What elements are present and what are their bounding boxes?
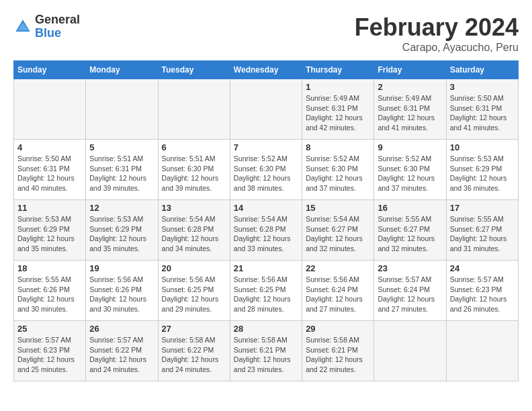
day-number: 23 bbox=[378, 263, 442, 273]
day-info: Sunrise: 5:56 AM Sunset: 6:24 PM Dayligh… bbox=[306, 275, 370, 314]
calendar-body: 1Sunrise: 5:49 AM Sunset: 6:31 PM Daylig… bbox=[14, 79, 519, 381]
day-cell: 10Sunrise: 5:53 AM Sunset: 6:29 PM Dayli… bbox=[446, 140, 518, 200]
day-number: 29 bbox=[306, 324, 370, 334]
day-number: 16 bbox=[378, 203, 442, 213]
day-info: Sunrise: 5:57 AM Sunset: 6:23 PM Dayligh… bbox=[450, 275, 515, 314]
day-cell bbox=[374, 321, 446, 381]
day-number: 24 bbox=[450, 263, 515, 273]
location-subtitle: Carapo, Ayacucho, Peru bbox=[355, 42, 519, 54]
day-info: Sunrise: 5:55 AM Sunset: 6:27 PM Dayligh… bbox=[378, 214, 442, 254]
day-number: 11 bbox=[17, 203, 82, 213]
day-number: 4 bbox=[17, 142, 82, 152]
day-info: Sunrise: 5:57 AM Sunset: 6:24 PM Dayligh… bbox=[378, 275, 442, 314]
column-header-tuesday: Tuesday bbox=[158, 61, 230, 79]
day-number: 9 bbox=[378, 142, 442, 152]
day-info: Sunrise: 5:52 AM Sunset: 6:30 PM Dayligh… bbox=[306, 154, 370, 193]
day-info: Sunrise: 5:52 AM Sunset: 6:30 PM Dayligh… bbox=[234, 154, 298, 193]
day-cell bbox=[158, 79, 230, 140]
day-cell: 17Sunrise: 5:55 AM Sunset: 6:27 PM Dayli… bbox=[446, 200, 518, 261]
day-info: Sunrise: 5:54 AM Sunset: 6:27 PM Dayligh… bbox=[306, 214, 370, 254]
day-info: Sunrise: 5:56 AM Sunset: 6:25 PM Dayligh… bbox=[234, 275, 298, 314]
day-cell bbox=[86, 79, 158, 140]
day-info: Sunrise: 5:50 AM Sunset: 6:31 PM Dayligh… bbox=[17, 154, 82, 193]
day-number: 6 bbox=[162, 142, 226, 152]
day-cell: 8Sunrise: 5:52 AM Sunset: 6:30 PM Daylig… bbox=[302, 140, 374, 200]
column-header-sunday: Sunday bbox=[14, 61, 86, 79]
day-cell: 18Sunrise: 5:55 AM Sunset: 6:26 PM Dayli… bbox=[14, 261, 86, 321]
day-info: Sunrise: 5:57 AM Sunset: 6:22 PM Dayligh… bbox=[89, 335, 154, 375]
week-row-5: 25Sunrise: 5:57 AM Sunset: 6:23 PM Dayli… bbox=[14, 321, 519, 381]
day-number: 15 bbox=[306, 203, 370, 213]
day-cell: 12Sunrise: 5:53 AM Sunset: 6:29 PM Dayli… bbox=[86, 200, 158, 261]
day-cell: 1Sunrise: 5:49 AM Sunset: 6:31 PM Daylig… bbox=[302, 79, 374, 140]
day-cell: 14Sunrise: 5:54 AM Sunset: 6:28 PM Dayli… bbox=[230, 200, 302, 261]
day-cell: 6Sunrise: 5:51 AM Sunset: 6:30 PM Daylig… bbox=[158, 140, 230, 200]
day-cell: 29Sunrise: 5:58 AM Sunset: 6:21 PM Dayli… bbox=[302, 321, 374, 381]
title-block: February 2024 Carapo, Ayacucho, Peru bbox=[355, 13, 519, 54]
day-info: Sunrise: 5:55 AM Sunset: 6:27 PM Dayligh… bbox=[450, 214, 515, 254]
day-number: 12 bbox=[89, 203, 154, 213]
day-cell: 4Sunrise: 5:50 AM Sunset: 6:31 PM Daylig… bbox=[14, 140, 86, 200]
day-info: Sunrise: 5:51 AM Sunset: 6:31 PM Dayligh… bbox=[89, 154, 154, 193]
day-info: Sunrise: 5:53 AM Sunset: 6:29 PM Dayligh… bbox=[89, 214, 154, 254]
week-row-1: 1Sunrise: 5:49 AM Sunset: 6:31 PM Daylig… bbox=[14, 79, 519, 140]
day-info: Sunrise: 5:55 AM Sunset: 6:26 PM Dayligh… bbox=[17, 275, 82, 314]
day-info: Sunrise: 5:54 AM Sunset: 6:28 PM Dayligh… bbox=[162, 214, 226, 254]
day-number: 17 bbox=[450, 203, 515, 213]
day-info: Sunrise: 5:58 AM Sunset: 6:22 PM Dayligh… bbox=[162, 335, 226, 375]
column-header-friday: Friday bbox=[374, 61, 446, 79]
logo-icon bbox=[13, 17, 32, 36]
day-info: Sunrise: 5:49 AM Sunset: 6:31 PM Dayligh… bbox=[306, 93, 370, 133]
day-cell: 22Sunrise: 5:56 AM Sunset: 6:24 PM Dayli… bbox=[302, 261, 374, 321]
day-cell bbox=[230, 79, 302, 140]
day-info: Sunrise: 5:58 AM Sunset: 6:21 PM Dayligh… bbox=[306, 335, 370, 375]
calendar-table: SundayMondayTuesdayWednesdayThursdayFrid… bbox=[13, 60, 519, 381]
day-number: 22 bbox=[306, 263, 370, 273]
day-number: 10 bbox=[450, 142, 515, 152]
logo: General Blue bbox=[13, 13, 80, 40]
column-header-monday: Monday bbox=[86, 61, 158, 79]
calendar-header: SundayMondayTuesdayWednesdayThursdayFrid… bbox=[14, 61, 519, 79]
day-number: 5 bbox=[89, 142, 154, 152]
day-number: 21 bbox=[234, 263, 298, 273]
day-number: 25 bbox=[17, 324, 82, 334]
day-cell: 21Sunrise: 5:56 AM Sunset: 6:25 PM Dayli… bbox=[230, 261, 302, 321]
day-number: 27 bbox=[162, 324, 226, 334]
week-row-2: 4Sunrise: 5:50 AM Sunset: 6:31 PM Daylig… bbox=[14, 140, 519, 200]
day-info: Sunrise: 5:53 AM Sunset: 6:29 PM Dayligh… bbox=[450, 154, 515, 193]
day-cell: 7Sunrise: 5:52 AM Sunset: 6:30 PM Daylig… bbox=[230, 140, 302, 200]
day-cell: 19Sunrise: 5:56 AM Sunset: 6:26 PM Dayli… bbox=[86, 261, 158, 321]
day-info: Sunrise: 5:50 AM Sunset: 6:31 PM Dayligh… bbox=[450, 93, 515, 133]
day-info: Sunrise: 5:53 AM Sunset: 6:29 PM Dayligh… bbox=[17, 214, 82, 254]
month-title: February 2024 bbox=[355, 13, 519, 42]
header-row: SundayMondayTuesdayWednesdayThursdayFrid… bbox=[14, 61, 519, 79]
day-cell: 28Sunrise: 5:58 AM Sunset: 6:21 PM Dayli… bbox=[230, 321, 302, 381]
day-cell bbox=[446, 321, 518, 381]
day-cell: 20Sunrise: 5:56 AM Sunset: 6:25 PM Dayli… bbox=[158, 261, 230, 321]
day-number: 14 bbox=[234, 203, 298, 213]
day-info: Sunrise: 5:56 AM Sunset: 6:26 PM Dayligh… bbox=[89, 275, 154, 314]
day-cell: 11Sunrise: 5:53 AM Sunset: 6:29 PM Dayli… bbox=[14, 200, 86, 261]
day-number: 18 bbox=[17, 263, 82, 273]
day-cell: 16Sunrise: 5:55 AM Sunset: 6:27 PM Dayli… bbox=[374, 200, 446, 261]
day-cell: 15Sunrise: 5:54 AM Sunset: 6:27 PM Dayli… bbox=[302, 200, 374, 261]
day-cell: 26Sunrise: 5:57 AM Sunset: 6:22 PM Dayli… bbox=[86, 321, 158, 381]
day-cell: 25Sunrise: 5:57 AM Sunset: 6:23 PM Dayli… bbox=[14, 321, 86, 381]
page-header: General Blue February 2024 Carapo, Ayacu… bbox=[13, 13, 519, 54]
day-number: 3 bbox=[450, 82, 515, 92]
day-cell: 23Sunrise: 5:57 AM Sunset: 6:24 PM Dayli… bbox=[374, 261, 446, 321]
day-info: Sunrise: 5:57 AM Sunset: 6:23 PM Dayligh… bbox=[17, 335, 82, 375]
day-number: 28 bbox=[234, 324, 298, 334]
day-cell: 27Sunrise: 5:58 AM Sunset: 6:22 PM Dayli… bbox=[158, 321, 230, 381]
day-cell: 13Sunrise: 5:54 AM Sunset: 6:28 PM Dayli… bbox=[158, 200, 230, 261]
day-info: Sunrise: 5:58 AM Sunset: 6:21 PM Dayligh… bbox=[234, 335, 298, 375]
day-info: Sunrise: 5:51 AM Sunset: 6:30 PM Dayligh… bbox=[162, 154, 226, 193]
day-cell: 24Sunrise: 5:57 AM Sunset: 6:23 PM Dayli… bbox=[446, 261, 518, 321]
day-number: 1 bbox=[306, 82, 370, 92]
day-info: Sunrise: 5:49 AM Sunset: 6:31 PM Dayligh… bbox=[378, 93, 442, 133]
day-cell: 9Sunrise: 5:52 AM Sunset: 6:30 PM Daylig… bbox=[374, 140, 446, 200]
week-row-3: 11Sunrise: 5:53 AM Sunset: 6:29 PM Dayli… bbox=[14, 200, 519, 261]
day-cell bbox=[14, 79, 86, 140]
column-header-saturday: Saturday bbox=[446, 61, 518, 79]
day-cell: 2Sunrise: 5:49 AM Sunset: 6:31 PM Daylig… bbox=[374, 79, 446, 140]
